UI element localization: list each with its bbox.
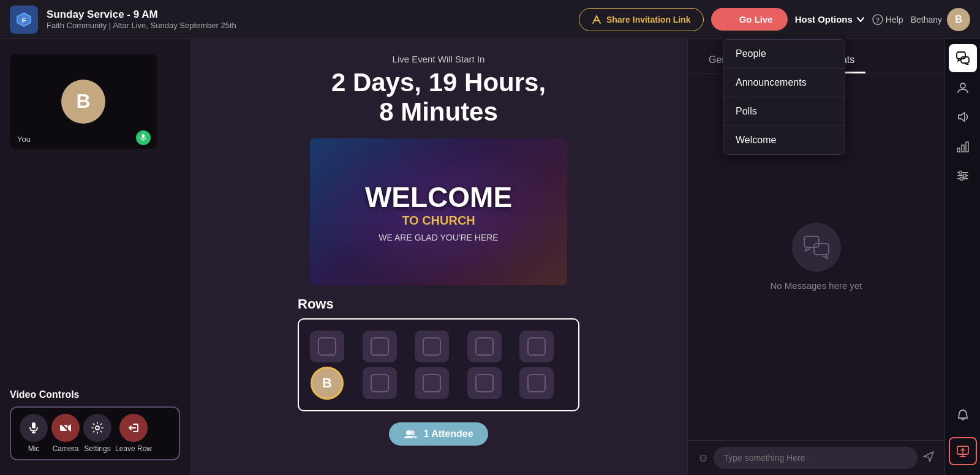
seat-1-4[interactable] — [467, 331, 502, 362]
svg-text:F: F — [22, 17, 26, 24]
header-title-block: Sunday Service - 9 AM Faith Community | … — [47, 9, 579, 30]
seat-1-5[interactable] — [519, 331, 554, 362]
bell-icon — [956, 409, 970, 422]
svg-rect-22 — [966, 142, 968, 152]
help-button[interactable]: ? Help — [872, 14, 903, 25]
svg-rect-20 — [957, 148, 960, 152]
main-area: B You Video Controls — [0, 39, 980, 475]
notification-bell[interactable] — [949, 402, 977, 430]
sidebar-sliders-button[interactable] — [949, 162, 977, 190]
polls-icon — [956, 140, 970, 153]
chat-input-row: ☺ — [688, 440, 944, 475]
no-messages-text: No Messages here yet — [770, 280, 862, 291]
mic-icon-bg — [20, 414, 48, 442]
svg-point-26 — [959, 171, 962, 174]
send-icon — [922, 451, 935, 463]
announce-icon — [956, 110, 970, 124]
svg-point-28 — [960, 178, 963, 181]
welcome-banner: WELCOME TO CHURCH WE ARE GLAD YOU'RE HER… — [310, 138, 567, 285]
dropdown-announcements[interactable]: Announcements — [723, 69, 845, 97]
chat-bubble-icon — [803, 235, 830, 260]
rows-section: Rows B — [298, 296, 579, 446]
go-live-button[interactable]: Go Live — [711, 8, 788, 31]
sidebar-announce-button[interactable] — [949, 103, 977, 131]
video-controls-label: Video Controls — [10, 389, 180, 400]
no-messages-icon — [792, 223, 841, 272]
controls-bar: Mic Camera — [10, 406, 180, 460]
user-avatar-header: B — [947, 8, 970, 31]
rows-label: Rows — [298, 296, 579, 312]
mic-on-icon — [140, 134, 147, 141]
seat-2-4[interactable] — [467, 367, 502, 399]
event-subtitle: Faith Community | Altar Live, Sunday Sep… — [47, 21, 579, 30]
seat-1-2[interactable] — [363, 331, 397, 362]
dropdown-people[interactable]: People — [723, 40, 845, 69]
camera-control-button[interactable]: Camera — [51, 414, 80, 453]
header: F Sunday Service - 9 AM Faith Community … — [0, 0, 980, 39]
seat-2-3[interactable] — [415, 367, 449, 399]
attendee-bar-wrapper: 1 Attendee — [298, 420, 579, 446]
far-right-sidebar — [944, 39, 980, 475]
chevron-down-icon — [856, 15, 865, 24]
you-label: You — [17, 135, 31, 144]
attendees-icon — [404, 429, 417, 439]
mic-control-button[interactable]: Mic — [20, 414, 48, 453]
seat-2-1[interactable]: B — [310, 367, 344, 399]
user-video-tile: B You — [10, 54, 157, 149]
attendee-bar[interactable]: 1 Attendee — [389, 422, 488, 446]
dropdown-polls[interactable]: Polls — [723, 97, 845, 126]
left-sidebar: B You Video Controls — [0, 39, 190, 475]
svg-point-19 — [960, 83, 965, 88]
seat-1-1[interactable] — [310, 331, 344, 362]
live-dot — [726, 17, 732, 23]
mic-active-indicator — [136, 130, 151, 145]
emoji-button[interactable]: ☺ — [698, 452, 709, 465]
event-title: Sunday Service - 9 AM — [47, 9, 579, 21]
mic-icon — [28, 422, 40, 434]
svg-point-12 — [96, 426, 99, 430]
svg-point-14 — [410, 430, 415, 435]
share-icon — [592, 15, 601, 24]
share-invitation-button[interactable]: Share Invitation Link — [579, 8, 704, 31]
screen-share-icon — [956, 444, 970, 458]
svg-rect-16 — [814, 244, 829, 255]
rows-grid: B — [310, 331, 567, 399]
welcome-tagline: WE ARE GLAD YOU'RE HERE — [379, 233, 498, 242]
header-actions: Share Invitation Link Go Live Host Optio… — [579, 8, 970, 31]
video-controls-section: Video Controls Mic — [10, 389, 180, 465]
svg-rect-4 — [142, 134, 145, 138]
center-content: Live Event Will Start In 2 Days, 19 Hour… — [190, 39, 687, 475]
chat-input[interactable] — [714, 447, 918, 469]
sidebar-chat-button[interactable] — [949, 44, 977, 72]
user-avatar-tile: B — [61, 80, 105, 124]
leave-row-button[interactable]: Leave Row — [115, 414, 152, 453]
dropdown-welcome[interactable]: Welcome — [723, 126, 845, 154]
leave-row-icon-bg — [119, 414, 148, 442]
send-message-button[interactable] — [922, 451, 935, 466]
camera-off-icon — [59, 422, 72, 434]
svg-rect-6 — [32, 422, 36, 428]
svg-point-27 — [963, 174, 966, 178]
chat-icon — [956, 51, 970, 65]
person-icon — [956, 81, 970, 94]
occupant-avatar: B — [311, 367, 344, 400]
sidebar-polls-button[interactable] — [949, 132, 977, 160]
seat-1-3[interactable] — [415, 331, 449, 362]
leave-row-icon — [127, 422, 140, 434]
sidebar-people-button[interactable] — [949, 73, 977, 102]
seat-2-5[interactable] — [519, 367, 554, 399]
host-options-button[interactable]: Host Options — [795, 14, 865, 24]
rows-grid-container: B — [298, 318, 579, 411]
app-logo: F — [10, 6, 38, 34]
host-options-dropdown: People Announcements Polls Welcome — [723, 39, 845, 155]
seat-2-2[interactable] — [363, 367, 397, 399]
settings-control-button[interactable]: Settings — [83, 414, 111, 453]
sidebar-screen-button[interactable] — [949, 437, 977, 465]
camera-icon-bg — [51, 414, 80, 442]
welcome-sub: TO CHURCH — [402, 214, 475, 228]
sliders-icon — [956, 169, 970, 182]
settings-icon-bg — [83, 414, 111, 442]
settings-icon — [91, 422, 104, 434]
countdown-label: Live Event Will Start In — [393, 54, 485, 64]
user-profile[interactable]: Bethany B — [911, 8, 970, 31]
